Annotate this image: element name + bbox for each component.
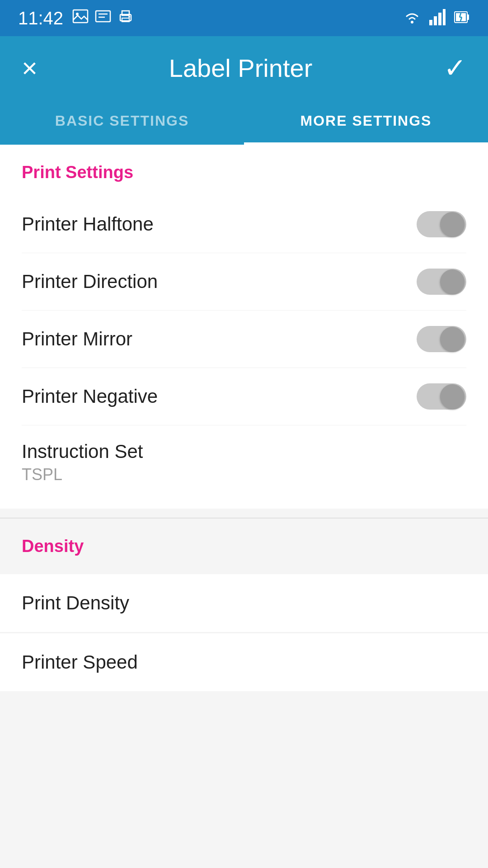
label-status-icon [95, 8, 111, 28]
image-status-icon [72, 8, 89, 28]
printer-halftone-row: Printer Halftone [22, 196, 466, 253]
svg-rect-15 [467, 14, 469, 20]
print-settings-section: Print Settings Printer Halftone Printer … [0, 145, 488, 509]
printer-negative-label: Printer Negative [22, 386, 158, 407]
print-settings-title: Print Settings [22, 163, 466, 182]
instruction-set-label: Instruction Set [22, 441, 143, 462]
print-density-row[interactable]: Print Density [0, 574, 488, 632]
tab-bar: BASIC SETTINGS MORE SETTINGS [0, 99, 488, 145]
printer-speed-row[interactable]: Printer Speed [0, 633, 488, 691]
printer-direction-row: Printer Direction [22, 253, 466, 311]
printer-mirror-thumb [440, 327, 465, 351]
printer-mirror-toggle[interactable] [417, 326, 466, 352]
printer-direction-toggle[interactable] [417, 269, 466, 295]
signal-icon [429, 9, 446, 27]
svg-rect-2 [96, 11, 110, 22]
svg-rect-0 [73, 10, 88, 23]
status-icons [72, 8, 134, 28]
svg-rect-13 [443, 9, 446, 25]
printer-halftone-label: Printer Halftone [22, 213, 154, 235]
confirm-button[interactable]: ✓ [444, 52, 466, 84]
app-title: Label Printer [169, 53, 313, 83]
app-bar: × Label Printer ✓ [0, 36, 488, 99]
status-time: 11:42 [18, 8, 63, 28]
printer-negative-toggle[interactable] [417, 383, 466, 410]
close-button[interactable]: × [22, 52, 38, 84]
density-section-header: Density [0, 519, 488, 574]
wifi-icon [403, 10, 421, 26]
svg-rect-10 [429, 20, 432, 25]
printer-negative-thumb [440, 384, 465, 409]
instruction-set-value: TSPL [22, 465, 143, 484]
printer-halftone-thumb [440, 212, 465, 236]
status-bar-left: 11:42 [18, 8, 134, 28]
printer-direction-label: Printer Direction [22, 271, 158, 292]
tab-more-settings[interactable]: MORE SETTINGS [244, 99, 488, 145]
printer-halftone-toggle[interactable] [417, 211, 466, 237]
printer-direction-thumb [440, 269, 465, 294]
printer-negative-row: Printer Negative [22, 368, 466, 425]
instruction-set-row[interactable]: Instruction Set TSPL [22, 425, 466, 500]
svg-rect-12 [438, 13, 441, 25]
density-title: Density [22, 537, 466, 556]
tab-basic-settings[interactable]: BASIC SETTINGS [0, 99, 244, 145]
content-area: Print Settings Printer Halftone Printer … [0, 145, 488, 868]
printer-status-icon [117, 8, 134, 28]
print-density-label: Print Density [22, 592, 129, 614]
status-bar: 11:42 [0, 0, 488, 36]
svg-rect-11 [434, 16, 437, 25]
status-bar-right [403, 9, 470, 27]
printer-speed-label: Printer Speed [22, 651, 138, 673]
svg-point-1 [76, 13, 79, 15]
svg-point-9 [411, 21, 413, 24]
battery-icon [454, 9, 470, 27]
svg-point-8 [128, 16, 130, 18]
printer-mirror-row: Printer Mirror [22, 311, 466, 368]
printer-mirror-label: Printer Mirror [22, 328, 132, 350]
